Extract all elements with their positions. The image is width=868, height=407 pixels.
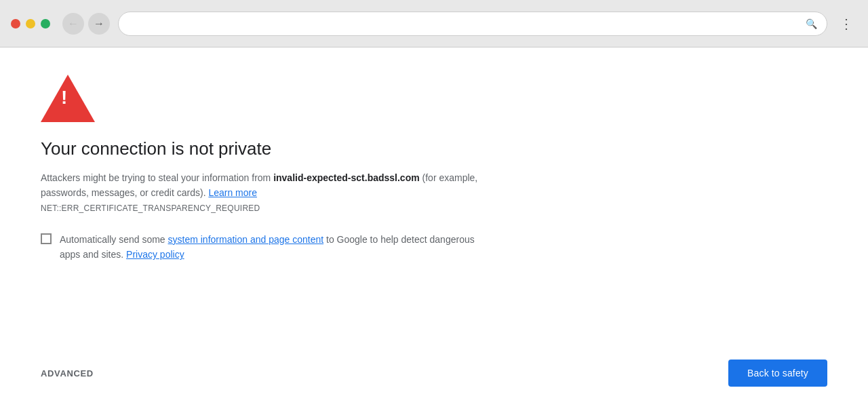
warning-triangle-icon [41,75,95,122]
nav-buttons: ← → [62,13,110,35]
learn-more-link[interactable]: Learn more [208,187,257,198]
description-prefix: Attackers might be trying to steal your … [41,172,273,183]
back-button[interactable]: ← [62,13,84,35]
minimize-button[interactable] [26,19,35,28]
privacy-policy-link[interactable]: Privacy policy [126,249,184,260]
warning-icon-wrap [41,75,827,125]
address-bar[interactable]: 🔍 [118,12,827,36]
error-page: Your connection is not private Attackers… [0,47,868,407]
checkbox-wrap[interactable] [41,233,52,247]
traffic-lights [11,19,50,28]
system-info-link[interactable]: system information and page content [168,234,324,245]
forward-button[interactable]: → [88,13,110,35]
checkbox-prefix: Automatically send some [60,234,168,245]
advanced-button[interactable]: ADVANCED [41,368,94,379]
auto-send-checkbox[interactable] [41,233,52,244]
browser-menu-button[interactable]: ⋮ [835,13,857,35]
address-input[interactable] [128,18,800,29]
error-code: NET::ERR_CERTIFICATE_TRANSPARENCY_REQUIR… [41,204,827,213]
description-text: Attackers might be trying to steal your … [41,170,502,201]
close-button[interactable] [11,19,20,28]
browser-toolbar: ← → 🔍 ⋮ [0,0,868,47]
bottom-bar: ADVANCED Back to safety [41,349,827,387]
maximize-button[interactable] [41,19,50,28]
warning-section: Your connection is not private Attackers… [41,75,827,338]
domain-name: invalid-expected-sct.badssl.com [273,172,420,183]
page-title: Your connection is not private [41,138,827,159]
back-to-safety-button[interactable]: Back to safety [728,360,827,387]
checkbox-label: Automatically send some system informati… [60,232,494,263]
checkbox-section: Automatically send some system informati… [41,232,827,263]
search-icon: 🔍 [806,18,817,29]
